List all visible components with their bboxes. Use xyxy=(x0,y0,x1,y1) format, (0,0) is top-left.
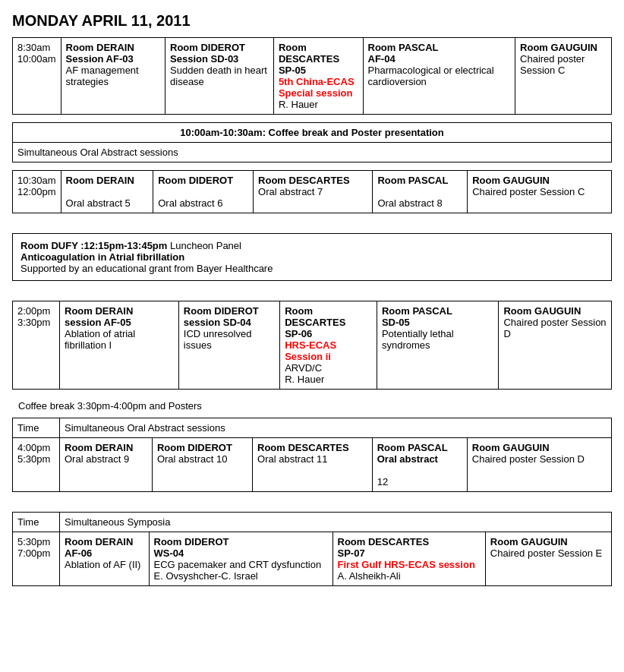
symposia-time-label: Time xyxy=(13,513,60,532)
simultaneous-label-3: Simultaneous Symposia xyxy=(60,513,612,532)
morning-col-derain: Room DERAINSession AF-03AF management st… xyxy=(61,38,165,115)
afternoon-session-table: 2:00pm3:30pm Room DERAINsession AF-05Abl… xyxy=(12,301,612,390)
coffee-break-2: Coffee break 3:30pm-4:00pm and Posters xyxy=(12,397,612,415)
spacer-1 xyxy=(12,221,612,233)
oral-morning-gauguin: Room GAUGUINChaired poster Session C xyxy=(468,171,612,213)
luncheon-note: Supported by an educational grant from B… xyxy=(20,263,604,274)
oral-morning-descartes: Room DESCARTESOral abstract 7 xyxy=(254,171,373,213)
afternoon-col-pascal: Room PASCALSD-05Potentially lethal syndr… xyxy=(377,301,499,390)
morning-col-diderot: Room DIDEROTSession SD-03Sudden death in… xyxy=(165,38,274,115)
symposia-table: Time Simultaneous Symposia 5:30pm7:00pm … xyxy=(12,512,612,586)
afternoon-col-gauguin: Room GAUGUINChaired poster Session D xyxy=(499,301,612,390)
coffee-break-1-table: 10:00am-10:30am: Coffee break and Poster… xyxy=(12,122,612,162)
afternoon-col-diderot: Room DIDEROTsession SD-04ICD unresolved … xyxy=(178,301,279,390)
oral-abstract-afternoon-table: Time Simultaneous Oral Abstract sessions… xyxy=(12,418,612,492)
luncheon-title: Room DUFY :12:15pm-13:45pm Luncheon Pane… xyxy=(20,240,604,251)
oral-morning-derain: Room DERAINOral abstract 5 xyxy=(61,171,153,213)
oral-afternoon-diderot: Room DIDEROTOral abstract 10 xyxy=(152,438,252,492)
symposia-col-diderot: Room DIDEROTWS-04ECG pacemaker and CRT d… xyxy=(149,532,332,586)
luncheon-box: Room DUFY :12:15pm-13:45pm Luncheon Pane… xyxy=(12,233,612,281)
luncheon-subtitle: Anticoagulation in Atrial fibrillation xyxy=(20,251,604,263)
oral-afternoon-derain: Room DERAINOral abstract 9 xyxy=(60,438,153,492)
morning-time: 8:30am10:00am xyxy=(13,38,61,115)
oral-afternoon-descartes: Room DESCARTESOral abstract 11 xyxy=(253,438,373,492)
simultaneous-label-1: Simultaneous Oral Abstract sessions xyxy=(13,143,612,162)
time-label: Time xyxy=(13,418,60,438)
morning-col-gauguin: Room GAUGUINChaired poster Session C xyxy=(515,38,612,115)
oral-morning-diderot: Room DIDEROTOral abstract 6 xyxy=(153,171,254,213)
oral-afternoon-pascal: Room PASCALOral abstract12 xyxy=(372,438,467,492)
afternoon-col-descartes: Room DESCARTESSP-06HRS-ECASSession ii AR… xyxy=(280,301,377,390)
page-title: MONDAY APRIL 11, 2011 xyxy=(12,12,612,30)
oral-morning-pascal: Room PASCALOral abstract 8 xyxy=(373,171,468,213)
symposia-col-gauguin: Room GAUGUINChaired poster Session E xyxy=(485,532,611,586)
spacer-2 xyxy=(12,289,612,301)
morning-col-pascal: Room PASCALAF-04Pharmacological or elect… xyxy=(363,38,515,115)
afternoon-col-derain: Room DERAINsession AF-05Ablation of atri… xyxy=(60,301,179,390)
spacer-3 xyxy=(12,500,612,512)
simultaneous-label-2: Simultaneous Oral Abstract sessions xyxy=(60,418,612,438)
coffee-break-1: 10:00am-10:30am: Coffee break and Poster… xyxy=(13,123,612,143)
oral-abstract-morning-table: 10:30am12:00pm Room DERAINOral abstract … xyxy=(12,170,612,213)
oral-afternoon-gauguin: Room GAUGUINChaired poster Session D xyxy=(467,438,611,492)
oral-morning-time: 10:30am12:00pm xyxy=(13,171,61,213)
oral-afternoon-time: 4:00pm5:30pm xyxy=(13,438,60,492)
symposia-time: 5:30pm7:00pm xyxy=(13,532,60,586)
symposia-col-descartes: Room DESCARTESSP-07First Gulf HRS-ECAS s… xyxy=(332,532,485,586)
morning-session-table: 8:30am10:00am Room DERAINSession AF-03AF… xyxy=(12,37,612,115)
afternoon-time: 2:00pm3:30pm xyxy=(13,301,60,390)
morning-col-descartes: Room DESCARTESSP-055th China-ECASSpecial… xyxy=(273,38,363,115)
symposia-col-derain: Room DERAINAF-06Ablation of AF (II) xyxy=(60,532,150,586)
